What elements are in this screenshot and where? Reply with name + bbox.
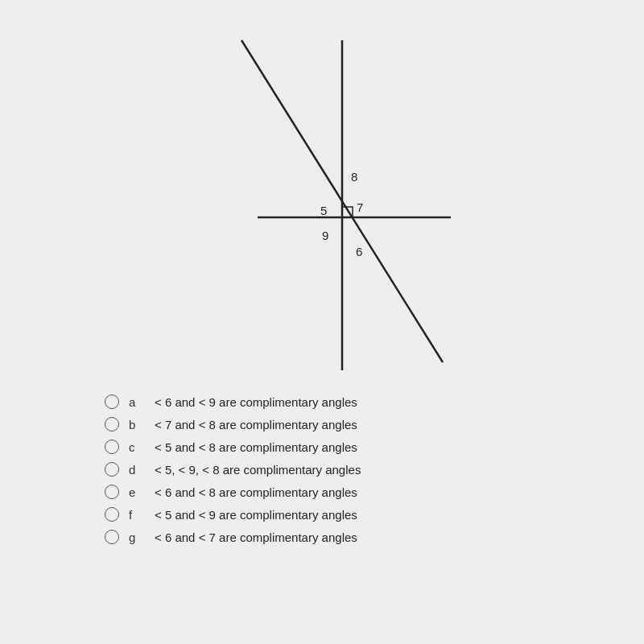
label-6: 6 — [356, 245, 362, 258]
answer-row-b: b< 7 and < 8 are complimentary angles — [105, 417, 361, 431]
radio-d[interactable] — [105, 462, 119, 477]
radio-g[interactable] — [105, 530, 119, 544]
label-5: 5 — [320, 204, 327, 217]
geometry-diagram: 8 5 7 9 6 — [193, 32, 451, 370]
diagram-area: 8 5 7 9 6 — [0, 16, 644, 386]
option-letter-a: a — [129, 395, 145, 409]
answer-row-g: g< 6 and < 7 are complimentary angles — [105, 530, 361, 544]
answer-row-a: a< 6 and < 9 are complimentary angles — [105, 394, 361, 409]
option-letter-f: f — [129, 508, 145, 522]
option-text-f: < 5 and < 9 are complimentary angles — [155, 508, 357, 522]
option-text-c: < 5 and < 8 are complimentary angles — [155, 440, 357, 454]
radio-c[interactable] — [105, 440, 119, 454]
label-9: 9 — [322, 229, 328, 242]
option-letter-d: d — [129, 463, 145, 477]
option-text-e: < 6 and < 8 are complimentary angles — [155, 485, 357, 499]
radio-a[interactable] — [105, 394, 119, 409]
label-7: 7 — [357, 200, 363, 214]
answer-row-f: f< 5 and < 9 are complimentary angles — [105, 507, 361, 522]
answer-row-c: c< 5 and < 8 are complimentary angles — [105, 440, 361, 454]
option-text-b: < 7 and < 8 are complimentary angles — [155, 418, 357, 431]
answer-row-d: d< 5, < 9, < 8 are complimentary angles — [105, 462, 361, 477]
option-letter-g: g — [129, 530, 145, 544]
radio-f[interactable] — [105, 507, 119, 522]
option-letter-e: e — [129, 485, 145, 499]
option-letter-c: c — [129, 440, 145, 454]
radio-e[interactable] — [105, 485, 119, 499]
label-8: 8 — [351, 170, 357, 184]
option-text-a: < 6 and < 9 are complimentary angles — [155, 395, 357, 409]
radio-b[interactable] — [105, 417, 119, 431]
option-letter-b: b — [129, 418, 145, 431]
option-text-d: < 5, < 9, < 8 are complimentary angles — [155, 463, 361, 477]
answer-area: a< 6 and < 9 are complimentary anglesb< … — [105, 394, 361, 544]
answer-row-e: e< 6 and < 8 are complimentary angles — [105, 485, 361, 499]
option-text-g: < 6 and < 7 are complimentary angles — [155, 530, 357, 544]
